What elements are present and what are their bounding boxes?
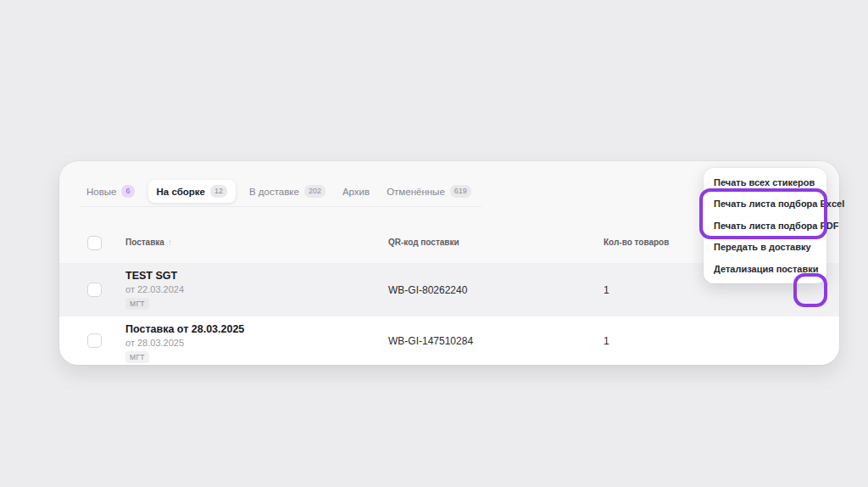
tab-archive-label: Архив bbox=[342, 187, 370, 197]
header-quantity: Кол-во товаров bbox=[604, 238, 669, 247]
supply-title: TEST SGT bbox=[125, 270, 184, 282]
tab-cancelled-count-badge: 619 bbox=[450, 185, 471, 198]
menu-item-supply-details[interactable]: Детализация поставки bbox=[704, 258, 826, 280]
menu-item-print-picklist-excel[interactable]: Печать листа подбора Excel bbox=[704, 193, 826, 216]
header-qr-code: QR-код поставки bbox=[388, 238, 459, 247]
supply-date: от 22.03.2024 bbox=[125, 284, 184, 294]
supply-cell: TEST SGT от 22.03.2024 МГТ bbox=[125, 270, 184, 310]
tab-cancelled[interactable]: Отменённые 619 bbox=[387, 185, 471, 198]
menu-item-send-to-delivery[interactable]: Передать в доставку bbox=[704, 237, 826, 259]
status-tabbar: Новые 6 На сборке 12 В доставке 202 Архи… bbox=[80, 185, 481, 207]
menu-item-print-all-stickers[interactable]: Печать всех стикеров bbox=[704, 171, 826, 193]
tab-in-delivery-label: В доставке bbox=[249, 187, 299, 197]
row-checkbox[interactable] bbox=[87, 333, 102, 348]
row-checkbox[interactable] bbox=[87, 283, 102, 297]
table-row[interactable]: Поставка от 28.03.2025 от 28.03.2025 МГТ… bbox=[59, 316, 839, 365]
supply-title: Поставка от 28.03.2025 bbox=[125, 323, 244, 335]
tab-on-assembly[interactable]: На сборке 12 bbox=[148, 180, 236, 203]
tab-new-count-badge: 6 bbox=[121, 185, 134, 198]
tab-new[interactable]: Новые 6 bbox=[86, 185, 135, 198]
supply-date: от 28.03.2025 bbox=[125, 338, 244, 348]
quantity-value: 1 bbox=[604, 284, 609, 296]
header-supply[interactable]: Поставка↑ bbox=[125, 238, 172, 247]
supply-cell: Поставка от 28.03.2025 от 28.03.2025 МГТ bbox=[125, 323, 244, 363]
quantity-value: 1 bbox=[604, 335, 609, 347]
row-context-menu: Печать всех стикеров Печать листа подбор… bbox=[704, 168, 826, 283]
tab-cancelled-label: Отменённые bbox=[387, 187, 445, 197]
menu-item-print-picklist-pdf[interactable]: Печать листа подбора PDF bbox=[704, 215, 826, 237]
warehouse-tag-badge: МГТ bbox=[125, 298, 149, 310]
tab-in-delivery[interactable]: В доставке 202 bbox=[249, 185, 326, 198]
qr-code-value: WB-GI-147510284 bbox=[388, 335, 473, 347]
warehouse-tag-badge: МГТ bbox=[125, 351, 149, 363]
tab-archive[interactable]: Архив bbox=[342, 187, 370, 197]
tab-new-label: Новые bbox=[86, 187, 116, 197]
tab-in-delivery-count-badge: 202 bbox=[304, 185, 326, 198]
tab-on-assembly-count-badge: 12 bbox=[210, 185, 227, 198]
qr-code-value: WB-GI-80262240 bbox=[388, 284, 467, 296]
tab-on-assembly-label: На сборке bbox=[157, 187, 205, 197]
sort-ascending-icon[interactable]: ↑ bbox=[168, 238, 172, 247]
select-all-checkbox[interactable] bbox=[87, 236, 102, 250]
